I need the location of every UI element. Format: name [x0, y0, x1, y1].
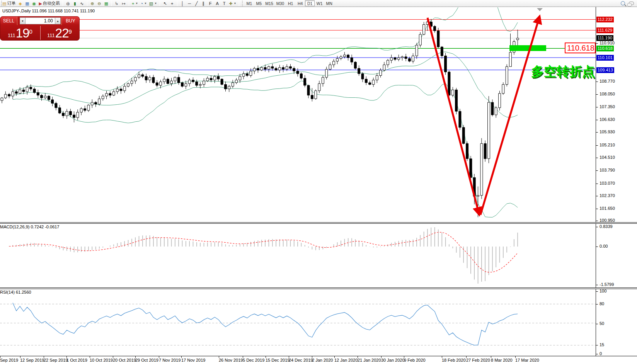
macd-zero-label: 0.00 — [600, 244, 608, 248]
date-label: 1 Oct 2019 — [66, 358, 87, 362]
date-label: 18 Feb 2020 — [442, 358, 466, 362]
rsi-line — [13, 303, 518, 345]
axis-tick — [596, 43, 598, 44]
rsi-tick-label: 0 — [600, 351, 602, 356]
candle-wicks — [2, 19, 518, 217]
axis-tick — [596, 132, 598, 133]
price-tick-label: 106.630 — [600, 117, 615, 122]
volume-increase-button[interactable]: ▲ — [55, 17, 61, 24]
buy-button[interactable]: BUY — [61, 17, 79, 25]
macd-panel — [9, 227, 518, 284]
date-label: 22 Sep 2019 — [44, 358, 68, 362]
axis-tick — [596, 209, 598, 209]
price-tick-label: 107.350 — [600, 104, 615, 109]
date-label: 30 Jan 2020 — [381, 358, 405, 362]
price-level-badge: 110.101 — [596, 55, 614, 61]
axis-tick — [596, 170, 598, 171]
axis-tick — [596, 291, 598, 292]
buy-price[interactable]: 111 22 9 — [40, 25, 79, 41]
rsi-tick-label: 15 — [600, 342, 604, 347]
date-label: 24 Dec 2019 — [289, 358, 313, 362]
price-tick-label: 103.070 — [600, 181, 615, 185]
buy-price-figure: 111 — [47, 32, 55, 39]
price-level-badge: 110.618 — [596, 46, 614, 51]
price-level-badge: 111.629 — [596, 27, 613, 33]
date-label: 29 Oct 2019 — [135, 358, 158, 362]
axis-tick — [596, 324, 598, 324]
volume-stepper: ▼ 1.00 ▲ — [20, 17, 61, 24]
scroll-marker-icon — [537, 8, 543, 11]
axis-tick — [596, 158, 598, 158]
buy-price-big: 22 — [55, 27, 69, 39]
price-tick-label: 108.050 — [600, 92, 615, 96]
axis-tick — [596, 107, 598, 107]
date-label: 21 Jan 2020 — [358, 358, 381, 362]
date-label: 7 Nov 2019 — [159, 358, 181, 362]
price-callout-text: 110.618 — [567, 44, 594, 52]
panel-separator[interactable] — [0, 222, 637, 224]
sell-price[interactable]: 111 19 0 — [0, 25, 40, 41]
highlight-zone — [509, 45, 546, 51]
volume-field[interactable]: 1.00 — [26, 17, 55, 24]
date-label: 5 Dec 2019 — [243, 358, 264, 362]
axis-tick — [596, 82, 598, 82]
trade-panel-divider — [40, 26, 41, 40]
rsi-tick-label: 80 — [600, 301, 604, 306]
chart-title: USDJPY-,Daily 111.096 111.668 110.741 11… — [2, 9, 95, 13]
bollinger-upper-band — [13, 0, 518, 90]
panel-separator[interactable] — [0, 287, 637, 289]
price-tick-label: 102.370 — [600, 193, 615, 198]
price-level-badge: 109.413 — [596, 67, 614, 73]
macd-signal-line — [9, 232, 518, 272]
date-label: 20 Oct 2019 — [113, 358, 136, 362]
cn-annotation: 多空转折点 — [531, 64, 595, 78]
date-label: 10 Oct 2019 — [90, 358, 113, 362]
macd-min-label: -1.5799 — [600, 282, 614, 287]
macd-max-label: 0.8339 — [600, 224, 613, 229]
axis-tick — [596, 184, 598, 184]
date-label: 27 Feb 2020 — [466, 358, 490, 362]
axis-tick — [596, 345, 598, 345]
price-tick-label: 108.770 — [600, 79, 615, 83]
date-label: 26 Nov 2019 — [219, 358, 243, 362]
chart-canvas[interactable]: 110.618多空转折点 多空转折点 — [0, 0, 637, 364]
rsi-tick-label: 50 — [600, 321, 604, 326]
price-tick-label: 103.790 — [600, 168, 615, 172]
axis-tick — [596, 354, 598, 354]
rsi-panel — [0, 303, 596, 345]
date-label: 17 Nov 2019 — [181, 358, 205, 362]
price-tick-label: 105.210 — [600, 143, 615, 147]
date-label: 8 Mar 2020 — [491, 358, 513, 362]
sell-price-figure: 111 — [8, 32, 15, 39]
axis-tick — [596, 94, 598, 95]
date-label: 15 Dec 2019 — [266, 358, 290, 362]
sell-price-big: 19 — [16, 27, 29, 39]
date-label: 17 Mar 2020 — [515, 358, 539, 362]
date-label: 12 Jan 2020 — [334, 358, 358, 362]
volume-decrease-button[interactable]: ▼ — [20, 17, 26, 24]
sell-price-pip: 0 — [29, 29, 32, 34]
macd-label: MACD(12,26,9) 0.7242 -0.0617 — [0, 225, 59, 229]
price-axis: 110.910108.770108.050107.350106.630105.9… — [596, 7, 637, 356]
date-axis: Sep 201912 Sep 201922 Sep 20191 Oct 2019… — [0, 356, 637, 364]
rsi-label: RSI(14) 61.2560 — [0, 290, 31, 294]
sell-button[interactable]: SELL — [0, 17, 17, 25]
axis-tick — [596, 227, 598, 227]
axis-tick — [596, 196, 598, 196]
one-click-trade-panel: SELL ▼ 1.00 ▲ BUY 111 19 0 111 22 9 — [0, 16, 80, 41]
rsi-tick-label: 100 — [600, 289, 606, 293]
price-tick-label: 110.910 — [600, 41, 615, 45]
date-label: 2 Jan 2020 — [312, 358, 333, 362]
axis-tick — [596, 304, 598, 304]
chart-bottom-border — [0, 356, 637, 356]
buy-price-pip: 9 — [69, 29, 72, 34]
price-level-badge: 112.232 — [596, 17, 614, 22]
axis-tick — [596, 145, 598, 146]
axis-tick — [596, 247, 598, 247]
axis-tick — [596, 221, 598, 221]
date-label: 9 Feb 2020 — [404, 358, 426, 362]
axis-tick — [596, 120, 598, 120]
price-tick-label: 105.930 — [600, 129, 615, 134]
price-tick-label: 101.650 — [600, 206, 615, 211]
v-reversal-down-arrow — [428, 18, 479, 215]
